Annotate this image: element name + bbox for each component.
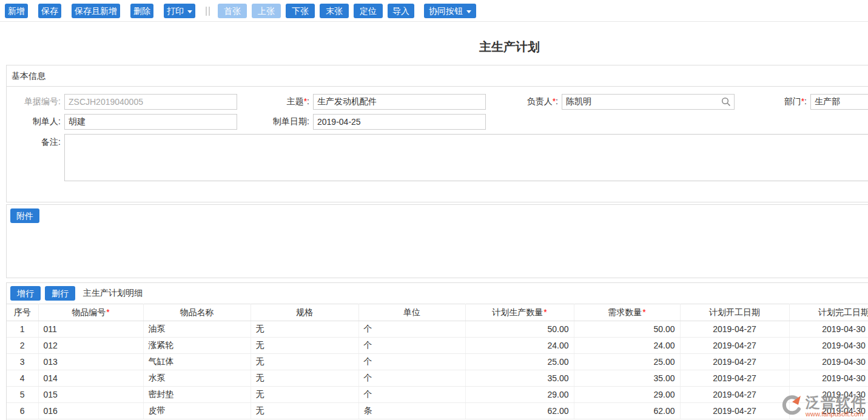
cell-spec: 无 [251,387,358,403]
import-button-label: 导入 [392,6,409,16]
basic-info-section-title: 基本信息 [7,65,868,87]
page-title: 主生产计划 [0,38,868,56]
basic-info-body: 单据编号: 主题*: 负责人*: [7,87,868,202]
toolbar-separator [206,7,207,16]
cell-start_date: 2019-04-27 [680,403,789,419]
last-button[interactable]: 末张 [320,4,349,18]
cell-demand_qty: 29.00 [574,387,680,403]
cell-plan_qty: 35.00 [465,370,574,387]
search-icon[interactable] [721,97,731,107]
required-star: * [642,307,645,317]
cell-start_date: 2019-04-27 [680,370,789,387]
creator-field: 制单人: [7,114,237,130]
previous-button[interactable]: 上张 [252,4,281,18]
table-row[interactable]: 5015密封垫无个29.0029.002019-04-272019-04-30 [7,387,868,403]
cell-seq: 1 [7,321,38,338]
locate-button[interactable]: 定位 [354,4,383,18]
new-button[interactable]: 新增 [5,4,28,18]
cell-item_no: 013 [38,354,143,370]
table-row[interactable]: 6016皮带无条62.0062.002019-04-272019-04-30 [7,403,868,419]
cell-item_name: 涨紧轮 [143,338,251,354]
doc-no-input[interactable] [64,94,237,110]
create-date-field: 制单日期: [237,114,486,130]
cell-item_name: 气缸体 [143,354,251,370]
print-button[interactable]: 打印 [164,4,195,18]
watermark-url: www.fanpusoft.com [806,410,866,418]
table-row[interactable]: 3013气缸体无个25.0025.002019-04-272019-04-30 [7,354,868,370]
cell-finish_date: 2019-04-30 [789,370,868,387]
remark-label: 备注: [7,134,64,148]
save-and-new-button[interactable]: 保存且新增 [72,4,120,18]
cell-unit: 个 [358,370,465,387]
new-button-label: 新增 [8,6,25,16]
cell-unit: 个 [358,321,465,338]
first-button-label: 首张 [224,6,241,16]
caret-down-icon [466,10,471,13]
save-and-new-button-label: 保存且新增 [75,6,117,16]
remark-field: 备注: [7,134,868,181]
subject-input[interactable] [313,94,486,110]
cell-item_no: 011 [38,321,143,338]
doc-no-label: 单据编号: [7,96,64,107]
delete-row-button[interactable]: 删行 [45,286,75,301]
cell-start_date: 2019-04-27 [680,321,789,338]
save-button[interactable]: 保存 [38,4,61,18]
subject-label: 主题*: [237,96,313,107]
collaboration-button-label: 协同按钮 [429,6,463,16]
remark-textarea[interactable] [64,134,868,181]
cell-item_name: 密封垫 [143,387,251,403]
cell-demand_qty: 24.00 [574,338,680,354]
owner-input[interactable] [562,94,735,110]
watermark-brand: 泛普软件 [806,395,866,410]
column-header-start_date: 计划开工日期 [680,304,789,321]
collaboration-button[interactable]: 协同按钮 [424,4,476,18]
cell-plan_qty: 25.00 [465,354,574,370]
cell-unit: 个 [358,338,465,354]
cell-finish_date: 2019-04-30 [789,354,868,370]
cell-seq: 3 [7,354,38,370]
last-button-label: 末张 [326,6,343,16]
delete-button[interactable]: 删除 [130,4,153,18]
cell-seq: 6 [7,403,38,419]
table-row[interactable]: 1011油泵无个50.0050.002019-04-272019-04-30 [7,321,868,338]
cell-demand_qty: 62.00 [574,403,680,419]
next-button[interactable]: 下张 [286,4,315,18]
cell-start_date: 2019-04-27 [680,338,789,354]
table-header-row: 序号物品编号*物品名称规格单位计划生产数量*需求数量*计划开工日期计划完工日期 [7,304,868,321]
cell-spec: 无 [251,338,358,354]
create-date-input[interactable] [313,114,486,130]
attachment-panel: 附件 [6,204,868,278]
delete-button-label: 删除 [133,6,150,16]
cell-finish_date: 2019-04-30 [789,321,868,338]
import-button[interactable]: 导入 [388,4,414,18]
add-row-button[interactable]: 增行 [10,286,41,301]
fanpu-watermark: 泛普软件 www.fanpusoft.com [779,393,866,419]
department-input[interactable] [810,94,868,110]
column-header-unit: 单位 [358,304,465,321]
cell-spec: 无 [251,403,358,419]
department-field: 部门*: [735,94,868,110]
creator-input[interactable] [64,114,237,130]
caret-down-icon [187,10,192,13]
basic-info-panel: 基本信息 单据编号: 主题*: 负责人*: [6,65,868,202]
doc-no-field: 单据编号: [7,94,237,110]
column-header-item_no: 物品编号* [38,304,143,321]
cell-item_name: 皮带 [143,403,251,419]
cell-plan_qty: 50.00 [465,321,574,338]
cell-plan_qty: 24.00 [465,338,574,354]
first-button[interactable]: 首张 [218,4,247,18]
cell-item_no: 016 [38,403,143,419]
table-row[interactable]: 4014水泵无个35.0035.002019-04-272019-04-30 [7,370,868,387]
table-row[interactable]: 2012涨紧轮无个24.0024.002019-04-272019-04-30 [7,338,868,354]
cell-unit: 个 [358,387,465,403]
attachment-button[interactable]: 附件 [10,208,39,223]
column-header-plan_qty: 计划生产数量* [465,304,574,321]
form-row-2: 制单人: 制单日期: [7,114,868,130]
locate-button-label: 定位 [360,6,377,16]
fanpu-logo-icon [779,393,802,419]
create-date-label: 制单日期: [237,116,313,127]
cell-plan_qty: 62.00 [465,403,574,419]
creator-label: 制单人: [7,116,64,127]
cell-item_no: 014 [38,370,143,387]
cell-start_date: 2019-04-27 [680,354,789,370]
